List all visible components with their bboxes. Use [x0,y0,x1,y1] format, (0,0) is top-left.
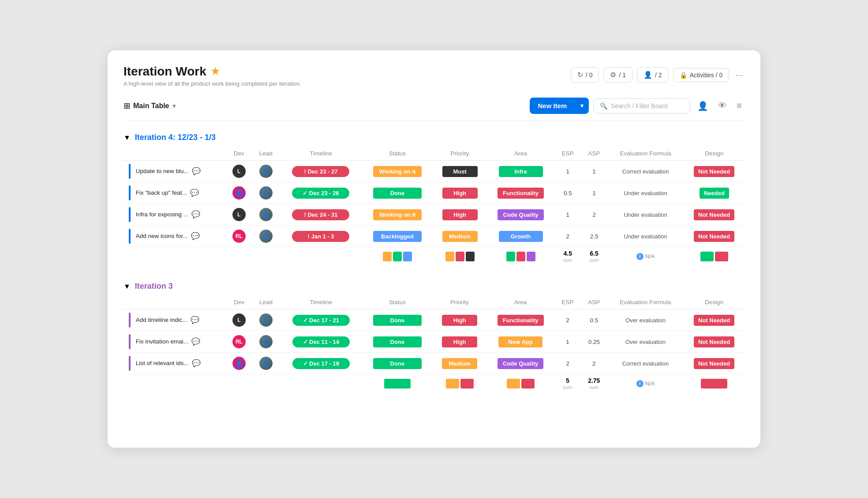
refresh-icon: ↻ [577,71,583,79]
area-badge[interactable]: New App [498,336,542,347]
page-title: Iteration Work ★ [123,64,301,79]
comment-icon[interactable]: 💬 [190,189,199,197]
table-row: Update to new blu... 💬 L 👤 ! Dec 23 - 27… [123,161,745,182]
new-item-button[interactable]: New Item ▾ [530,98,589,114]
design-badge[interactable]: Needed [700,188,729,199]
design-badge[interactable]: Not Needed [694,336,734,347]
comment-icon[interactable]: 💬 [192,359,201,367]
row-indicator [129,164,131,179]
status-badge[interactable]: Done [373,358,422,369]
row-indicator [129,356,131,371]
priority-cell: High [433,331,486,353]
dev-cell: RL [226,226,252,247]
priority-badge[interactable]: High [442,209,478,220]
stat-users-button[interactable]: 👤 / 2 [637,67,669,83]
area-badge[interactable]: Functionality [498,315,544,326]
col-lead: Lead [252,147,280,161]
asp-cell: 2 [581,353,607,374]
status-badge[interactable]: Done [373,188,422,199]
status-badge[interactable]: Working on it [373,166,422,177]
status-cell: Working on it [362,161,433,182]
activities-label: Activities / 0 [690,72,723,79]
design-badge[interactable]: Not Needed [694,315,734,326]
summary-priority-cell [433,247,487,266]
stat-build-button[interactable]: ⚙ / 1 [603,67,632,83]
priority-badge[interactable]: High [442,336,477,347]
search-box[interactable]: 🔍 Search / Filter Board [593,98,690,113]
design-badge[interactable]: Not Needed [694,209,734,220]
area-badge[interactable]: Infra [499,166,543,177]
item-name[interactable]: Infra for exposing ... [136,211,188,218]
item-name[interactable]: Add new icons for... [136,233,188,239]
design-badge[interactable]: Not Needed [694,166,734,177]
new-item-arrow-icon[interactable]: ▾ [575,98,589,113]
timeline-badge[interactable]: ! Dec 24 - 31 [292,209,349,220]
main-table-button[interactable]: ⊞ Main Table ▾ [123,101,176,111]
filter-button[interactable]: ≡ [734,98,745,113]
summary-design-cell [684,374,745,393]
area-badge[interactable]: Code Quality [498,358,543,369]
lead-avatar: 👤 [259,208,273,221]
area-cell: Infra [487,161,555,182]
star-icon[interactable]: ★ [211,66,220,77]
iteration3-chevron-icon[interactable]: ▼ [123,283,131,290]
col-name [123,147,226,161]
timeline-badge[interactable]: ✓ Dec 11 - 14 [292,336,350,347]
avatar: 👤 [232,357,246,370]
area-badge[interactable]: Functionality [498,188,544,199]
col-name [123,295,226,309]
design-badge[interactable]: Not Needed [694,358,734,369]
eye-off-button[interactable]: 👁 [715,98,730,113]
priority-badge[interactable]: Medium [442,231,478,242]
priority-badge[interactable]: High [442,315,477,326]
iteration4-chevron-icon[interactable]: ▼ [123,134,131,142]
area-badge[interactable]: Growth [499,231,543,242]
timeline-badge[interactable]: ! Dec 23 - 27 [292,166,349,177]
status-badge[interactable]: Backlogged [373,231,422,242]
status-badge[interactable]: Done [373,336,422,347]
comment-icon[interactable]: 💬 [191,316,199,324]
item-name[interactable]: Fix "back up" feat... [136,189,187,196]
iteration3-title[interactable]: Iteration 3 [135,282,173,291]
lead-cell: 👤 [252,309,280,331]
priority-cell: Medium [433,353,486,374]
item-name[interactable]: List of relevant ids... [136,360,189,366]
design-badge[interactable]: Not Needed [694,231,734,242]
comment-icon[interactable]: 💬 [191,337,200,346]
item-name[interactable]: Fix invitation emai... [136,338,188,345]
priority-cell: High [433,182,487,204]
status-badge[interactable]: Done [373,315,422,326]
comment-icon[interactable]: 💬 [191,210,200,219]
iteration4-title[interactable]: Iteration 4: 12/23 - 1/3 [135,133,216,142]
dev-cell: L [226,204,252,226]
status-badge[interactable]: Working on it [373,209,422,220]
timeline-cell: ✓ Dec 11 - 14 [280,331,362,353]
name-cell: Update to new blu... 💬 [123,161,226,182]
timeline-badge[interactable]: ✓ Dec 17 - 19 [292,358,350,369]
summary-timeline-cell [280,247,362,266]
item-name[interactable]: Update to new blu... [136,168,189,174]
more-options-button[interactable]: ··· [733,70,745,80]
toolbar-right: New Item ▾ 🔍 Search / Filter Board 👤 👁 ≡ [530,98,745,114]
timeline-badge[interactable]: ✓ Dec 23 - 26 [292,188,349,199]
summary-name-cell [123,374,226,393]
area-badge[interactable]: Code Quality [498,209,543,220]
comment-icon[interactable]: 💬 [192,167,201,175]
summary-dev-cell [226,374,252,393]
stat-refresh-button[interactable]: ↻ / 0 [571,67,599,83]
col-priority: Priority [433,295,486,309]
activities-button[interactable]: 🔒 Activities / 0 [673,68,730,82]
timeline-badge[interactable]: ✓ Dec 17 - 21 [292,315,350,326]
item-name[interactable]: Add timeline indic... [136,317,187,323]
lead-avatar: 👤 [259,230,273,243]
dev-cell: L [226,161,252,182]
area-cell: Code Quality [486,353,554,374]
iteration3-header: ▼ Iteration 3 [123,282,745,291]
priority-badge[interactable]: High [442,188,478,199]
user-profile-button[interactable]: 👤 [695,98,711,114]
priority-badge[interactable]: Must [442,166,478,177]
table-row: Fix invitation emai... 💬 RL 👤 ✓ Dec 11 -… [123,331,745,353]
comment-icon[interactable]: 💬 [191,232,200,240]
timeline-badge[interactable]: ! Jan 1 - 3 [292,231,349,242]
priority-badge[interactable]: Medium [442,358,477,369]
